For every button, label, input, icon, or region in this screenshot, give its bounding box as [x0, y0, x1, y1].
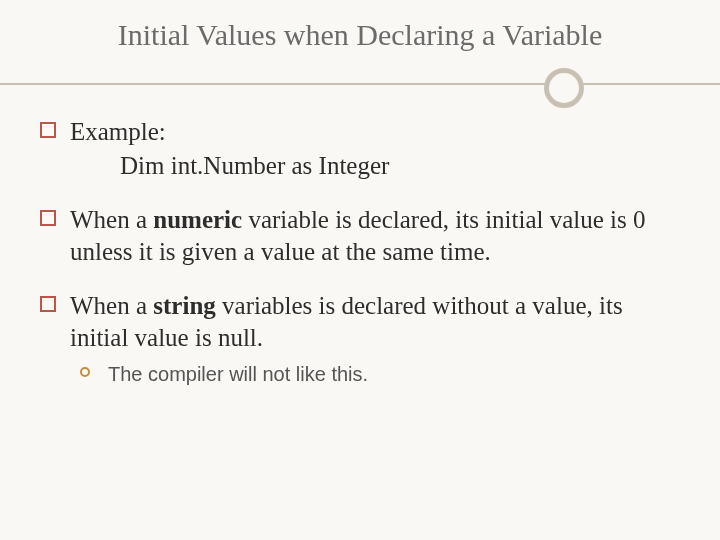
- item-3-bold: string: [153, 292, 216, 319]
- item-1-lead: Example:: [70, 118, 166, 145]
- bullet-item-3: When a string variables is declared with…: [40, 290, 680, 388]
- bullet-item-1: Example: Dim int.Number as Integer: [40, 116, 680, 182]
- sub-bullet: The compiler will not like this.: [70, 362, 680, 388]
- sub-bullet-text: The compiler will not like this.: [108, 363, 368, 385]
- item-3-pre: When a: [70, 292, 153, 319]
- item-2-pre: When a: [70, 206, 153, 233]
- square-bullet-icon: [40, 122, 56, 138]
- square-bullet-icon: [40, 296, 56, 312]
- item-1-indent: Dim int.Number as Integer: [70, 150, 680, 182]
- slide: Initial Values when Declaring a Variable…: [0, 0, 720, 540]
- title-divider: [40, 68, 680, 102]
- circle-bullet-icon: [80, 367, 90, 377]
- slide-title: Initial Values when Declaring a Variable: [40, 18, 680, 52]
- bullet-item-2: When a numeric variable is declared, its…: [40, 204, 680, 268]
- item-2-bold: numeric: [153, 206, 242, 233]
- slide-body: Example: Dim int.Number as Integer When …: [40, 116, 680, 388]
- square-bullet-icon: [40, 210, 56, 226]
- horizontal-rule: [0, 83, 720, 85]
- ring-accent-icon: [544, 68, 584, 108]
